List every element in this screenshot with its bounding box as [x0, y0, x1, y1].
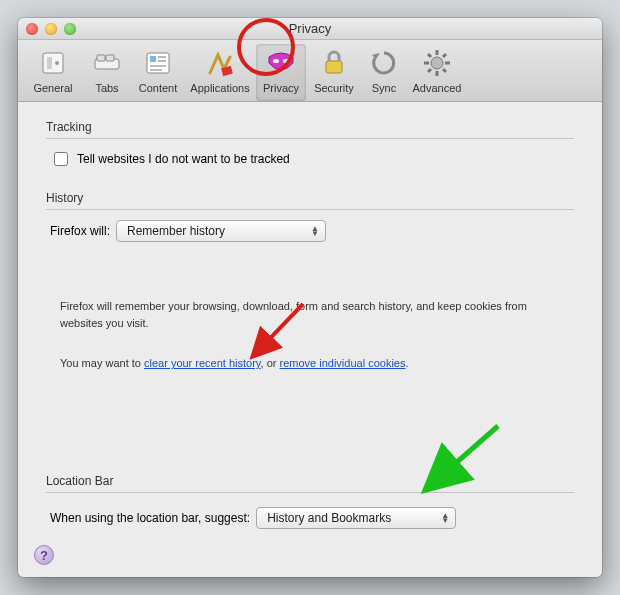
toolbar-label: Privacy — [263, 82, 299, 94]
toolbar-tabs[interactable]: Tabs — [84, 44, 130, 101]
history-select-value: Remember history — [127, 224, 225, 238]
toolbar-sync[interactable]: Sync — [362, 44, 406, 101]
svg-rect-7 — [150, 56, 156, 62]
dnt-checkbox[interactable] — [54, 152, 68, 166]
history-desc-line1: Firefox will remember your browsing, dow… — [60, 298, 570, 331]
svg-rect-5 — [106, 55, 114, 61]
svg-rect-10 — [150, 65, 166, 67]
history-description: Firefox will remember your browsing, dow… — [60, 298, 570, 372]
svg-rect-15 — [326, 61, 342, 73]
close-icon[interactable] — [26, 23, 38, 35]
minimize-icon[interactable] — [45, 23, 57, 35]
titlebar: Privacy — [18, 18, 602, 40]
text: , or — [261, 357, 280, 369]
toolbar-label: Security — [314, 82, 354, 94]
svg-line-22 — [443, 69, 446, 72]
svg-point-13 — [273, 59, 279, 63]
traffic-lights — [26, 23, 76, 35]
help-glyph: ? — [40, 548, 48, 563]
svg-line-21 — [428, 54, 431, 57]
svg-rect-9 — [158, 60, 166, 62]
svg-rect-4 — [97, 55, 105, 61]
locationbar-select[interactable]: History and Bookmarks ▲▼ — [256, 507, 456, 529]
history-select[interactable]: Remember history ▲▼ — [116, 220, 326, 242]
toolbar-content[interactable]: Content — [132, 44, 184, 101]
tabs-icon — [90, 46, 124, 80]
toolbar-applications[interactable]: Applications — [186, 44, 254, 101]
remove-cookies-link[interactable]: remove individual cookies — [280, 357, 406, 369]
dnt-row: Tell websites I do not want to be tracke… — [50, 149, 574, 169]
svg-point-2 — [55, 61, 59, 65]
switch-icon — [36, 46, 70, 80]
section-tracking: Tracking — [46, 120, 574, 139]
preferences-window: Privacy General Tabs Content Applicatio — [18, 18, 602, 577]
toolbar-label: Sync — [372, 82, 396, 94]
section-locationbar-wrap: Location Bar When using the location bar… — [46, 468, 574, 529]
section-locationbar: Location Bar — [46, 474, 574, 493]
toolbar-label: Content — [139, 82, 178, 94]
locationbar-row: When using the location bar, suggest: Hi… — [50, 507, 574, 529]
mask-icon — [264, 46, 298, 80]
toolbar-security[interactable]: Security — [308, 44, 360, 101]
history-row: Firefox will: Remember history ▲▼ — [50, 220, 574, 242]
clear-history-link[interactable]: clear your recent history — [144, 357, 261, 369]
toolbar-label: Tabs — [95, 82, 118, 94]
help-button[interactable]: ? — [34, 545, 54, 565]
locationbar-label: When using the location bar, suggest: — [50, 511, 250, 525]
select-arrows-icon: ▲▼ — [441, 513, 449, 523]
history-label: Firefox will: — [50, 224, 110, 238]
toolbar-general[interactable]: General — [24, 44, 82, 101]
text: . — [405, 357, 408, 369]
svg-rect-11 — [150, 69, 162, 71]
toolbar-label: Applications — [190, 82, 249, 94]
content-icon — [141, 46, 175, 80]
toolbar: General Tabs Content Applications Privac… — [18, 40, 602, 102]
text: You may want to — [60, 357, 144, 369]
window-title: Privacy — [18, 21, 602, 36]
toolbar-advanced[interactable]: Advanced — [408, 44, 466, 101]
svg-rect-0 — [43, 53, 63, 73]
zoom-icon[interactable] — [64, 23, 76, 35]
svg-point-14 — [283, 59, 289, 63]
svg-rect-8 — [158, 56, 166, 58]
lock-icon — [317, 46, 351, 80]
toolbar-privacy[interactable]: Privacy — [256, 44, 306, 101]
content-pane: Tracking Tell websites I do not want to … — [18, 102, 602, 577]
section-history: History — [46, 191, 574, 210]
toolbar-label: Advanced — [413, 82, 462, 94]
svg-line-23 — [428, 69, 431, 72]
applications-icon — [203, 46, 237, 80]
gear-icon — [420, 46, 454, 80]
svg-point-16 — [431, 57, 443, 69]
dnt-label: Tell websites I do not want to be tracke… — [77, 152, 290, 166]
svg-rect-1 — [47, 57, 52, 69]
locationbar-select-value: History and Bookmarks — [267, 511, 391, 525]
select-arrows-icon: ▲▼ — [311, 226, 319, 236]
sync-icon — [367, 46, 401, 80]
toolbar-label: General — [33, 82, 72, 94]
svg-line-24 — [443, 54, 446, 57]
history-desc-line2: You may want to clear your recent histor… — [60, 355, 570, 372]
